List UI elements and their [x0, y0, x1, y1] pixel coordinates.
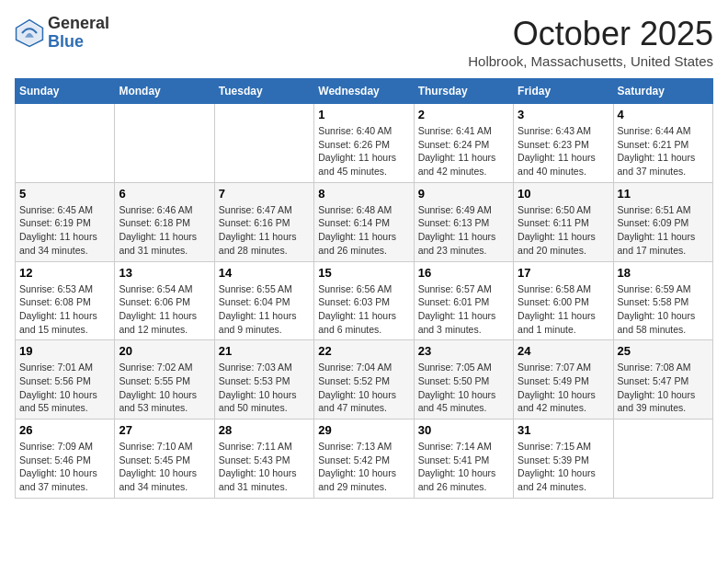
day-number: 6	[119, 187, 210, 201]
day-number: 25	[618, 344, 709, 358]
day-number: 27	[119, 423, 210, 437]
calendar-cell: 19Sunrise: 7:01 AMSunset: 5:56 PMDayligh…	[16, 340, 115, 419]
day-header-friday: Friday	[514, 79, 613, 104]
calendar-cell: 9Sunrise: 6:49 AMSunset: 6:13 PMDaylight…	[414, 182, 513, 261]
calendar-cell: 11Sunrise: 6:51 AMSunset: 6:09 PMDayligh…	[613, 182, 712, 261]
location: Holbrook, Massachusetts, United States	[468, 53, 713, 69]
calendar-cell	[613, 419, 712, 499]
day-number: 2	[418, 108, 509, 121]
day-header-thursday: Thursday	[414, 79, 513, 104]
day-number: 16	[418, 266, 509, 280]
day-number: 1	[318, 108, 409, 121]
day-number: 29	[318, 423, 409, 437]
calendar-cell: 13Sunrise: 6:54 AMSunset: 6:06 PMDayligh…	[115, 261, 214, 340]
day-info: Sunrise: 7:01 AMSunset: 5:56 PMDaylight:…	[19, 361, 110, 415]
day-number: 4	[618, 108, 709, 121]
week-row-1: 1Sunrise: 6:40 AMSunset: 6:26 PMDaylight…	[16, 104, 713, 183]
day-info: Sunrise: 6:51 AMSunset: 6:09 PMDaylight:…	[618, 203, 709, 258]
day-info: Sunrise: 7:03 AMSunset: 5:53 PMDaylight:…	[219, 361, 310, 415]
calendar-cell: 1Sunrise: 6:40 AMSunset: 6:26 PMDaylight…	[314, 104, 414, 183]
calendar-cell: 6Sunrise: 6:46 AMSunset: 6:18 PMDaylight…	[115, 182, 214, 261]
day-info: Sunrise: 6:57 AMSunset: 6:01 PMDaylight:…	[418, 282, 509, 337]
calendar-cell: 22Sunrise: 7:04 AMSunset: 5:52 PMDayligh…	[314, 340, 414, 419]
calendar-cell: 5Sunrise: 6:45 AMSunset: 6:19 PMDaylight…	[16, 182, 115, 261]
day-number: 19	[19, 344, 110, 358]
month-title: October 2025	[468, 15, 713, 53]
logo: General Blue	[15, 15, 109, 52]
calendar-cell: 4Sunrise: 6:44 AMSunset: 6:21 PMDaylight…	[613, 104, 712, 183]
day-info: Sunrise: 6:56 AMSunset: 6:03 PMDaylight:…	[318, 282, 409, 337]
day-info: Sunrise: 6:50 AMSunset: 6:11 PMDaylight:…	[518, 203, 609, 258]
day-info: Sunrise: 6:47 AMSunset: 6:16 PMDaylight:…	[219, 203, 310, 258]
day-info: Sunrise: 6:43 AMSunset: 6:23 PMDaylight:…	[518, 124, 609, 178]
calendar-cell: 8Sunrise: 6:48 AMSunset: 6:14 PMDaylight…	[314, 182, 414, 261]
calendar-cell: 28Sunrise: 7:11 AMSunset: 5:43 PMDayligh…	[214, 419, 313, 499]
week-row-5: 26Sunrise: 7:09 AMSunset: 5:46 PMDayligh…	[16, 419, 713, 499]
day-number: 9	[418, 187, 509, 201]
calendar-cell: 10Sunrise: 6:50 AMSunset: 6:11 PMDayligh…	[514, 182, 613, 261]
calendar-cell: 16Sunrise: 6:57 AMSunset: 6:01 PMDayligh…	[414, 261, 513, 340]
day-number: 22	[318, 344, 409, 358]
day-info: Sunrise: 7:09 AMSunset: 5:46 PMDaylight:…	[19, 440, 110, 494]
day-info: Sunrise: 6:54 AMSunset: 6:06 PMDaylight:…	[119, 282, 210, 337]
day-number: 14	[219, 266, 310, 280]
calendar-cell: 3Sunrise: 6:43 AMSunset: 6:23 PMDaylight…	[514, 104, 613, 183]
day-info: Sunrise: 7:15 AMSunset: 5:39 PMDaylight:…	[518, 440, 609, 494]
calendar-cell: 15Sunrise: 6:56 AMSunset: 6:03 PMDayligh…	[314, 261, 414, 340]
calendar-cell: 24Sunrise: 7:07 AMSunset: 5:49 PMDayligh…	[514, 340, 613, 419]
day-info: Sunrise: 6:44 AMSunset: 6:21 PMDaylight:…	[618, 124, 709, 178]
day-info: Sunrise: 7:11 AMSunset: 5:43 PMDaylight:…	[219, 440, 310, 494]
calendar-cell	[214, 104, 313, 183]
calendar-cell: 21Sunrise: 7:03 AMSunset: 5:53 PMDayligh…	[214, 340, 313, 419]
day-number: 12	[19, 266, 110, 280]
calendar-cell: 31Sunrise: 7:15 AMSunset: 5:39 PMDayligh…	[514, 419, 613, 499]
header-row: SundayMondayTuesdayWednesdayThursdayFrid…	[16, 79, 713, 104]
calendar-cell: 2Sunrise: 6:41 AMSunset: 6:24 PMDaylight…	[414, 104, 513, 183]
calendar-cell	[115, 104, 214, 183]
logo-icon	[15, 18, 44, 48]
day-info: Sunrise: 7:08 AMSunset: 5:47 PMDaylight:…	[618, 361, 709, 415]
day-info: Sunrise: 6:59 AMSunset: 5:58 PMDaylight:…	[618, 282, 709, 337]
day-info: Sunrise: 6:45 AMSunset: 6:19 PMDaylight:…	[19, 203, 110, 258]
day-number: 15	[318, 266, 409, 280]
day-info: Sunrise: 6:40 AMSunset: 6:26 PMDaylight:…	[318, 124, 409, 178]
day-info: Sunrise: 7:14 AMSunset: 5:41 PMDaylight:…	[418, 440, 509, 494]
day-header-saturday: Saturday	[613, 79, 712, 104]
calendar-cell: 14Sunrise: 6:55 AMSunset: 6:04 PMDayligh…	[214, 261, 313, 340]
calendar-cell: 20Sunrise: 7:02 AMSunset: 5:55 PMDayligh…	[115, 340, 214, 419]
day-number: 8	[318, 187, 409, 201]
calendar-table: SundayMondayTuesdayWednesdayThursdayFrid…	[15, 78, 713, 499]
day-number: 20	[119, 344, 210, 358]
day-header-wednesday: Wednesday	[314, 79, 414, 104]
calendar-cell: 30Sunrise: 7:14 AMSunset: 5:41 PMDayligh…	[414, 419, 513, 499]
day-number: 26	[19, 423, 110, 437]
day-number: 23	[418, 344, 509, 358]
day-header-tuesday: Tuesday	[214, 79, 313, 104]
day-info: Sunrise: 6:53 AMSunset: 6:08 PMDaylight:…	[19, 282, 110, 337]
calendar-cell	[16, 104, 115, 183]
day-number: 5	[19, 187, 110, 201]
calendar-cell: 7Sunrise: 6:47 AMSunset: 6:16 PMDaylight…	[214, 182, 313, 261]
day-number: 24	[518, 344, 609, 358]
day-number: 30	[418, 423, 509, 437]
day-header-monday: Monday	[115, 79, 214, 104]
calendar-cell: 12Sunrise: 6:53 AMSunset: 6:08 PMDayligh…	[16, 261, 115, 340]
calendar-cell: 17Sunrise: 6:58 AMSunset: 6:00 PMDayligh…	[514, 261, 613, 340]
day-number: 10	[518, 187, 609, 201]
day-info: Sunrise: 7:04 AMSunset: 5:52 PMDaylight:…	[318, 361, 409, 415]
day-number: 11	[618, 187, 709, 201]
calendar-cell: 26Sunrise: 7:09 AMSunset: 5:46 PMDayligh…	[16, 419, 115, 499]
day-info: Sunrise: 6:55 AMSunset: 6:04 PMDaylight:…	[219, 282, 310, 337]
day-header-sunday: Sunday	[16, 79, 115, 104]
day-info: Sunrise: 6:49 AMSunset: 6:13 PMDaylight:…	[418, 203, 509, 258]
calendar-cell: 25Sunrise: 7:08 AMSunset: 5:47 PMDayligh…	[613, 340, 712, 419]
day-number: 18	[618, 266, 709, 280]
day-info: Sunrise: 7:05 AMSunset: 5:50 PMDaylight:…	[418, 361, 509, 415]
day-info: Sunrise: 6:46 AMSunset: 6:18 PMDaylight:…	[119, 203, 210, 258]
page-header: General Blue October 2025 Holbrook, Mass…	[15, 15, 713, 69]
week-row-4: 19Sunrise: 7:01 AMSunset: 5:56 PMDayligh…	[16, 340, 713, 419]
week-row-3: 12Sunrise: 6:53 AMSunset: 6:08 PMDayligh…	[16, 261, 713, 340]
calendar-cell: 18Sunrise: 6:59 AMSunset: 5:58 PMDayligh…	[613, 261, 712, 340]
day-info: Sunrise: 6:41 AMSunset: 6:24 PMDaylight:…	[418, 124, 509, 178]
day-info: Sunrise: 7:10 AMSunset: 5:45 PMDaylight:…	[119, 440, 210, 494]
